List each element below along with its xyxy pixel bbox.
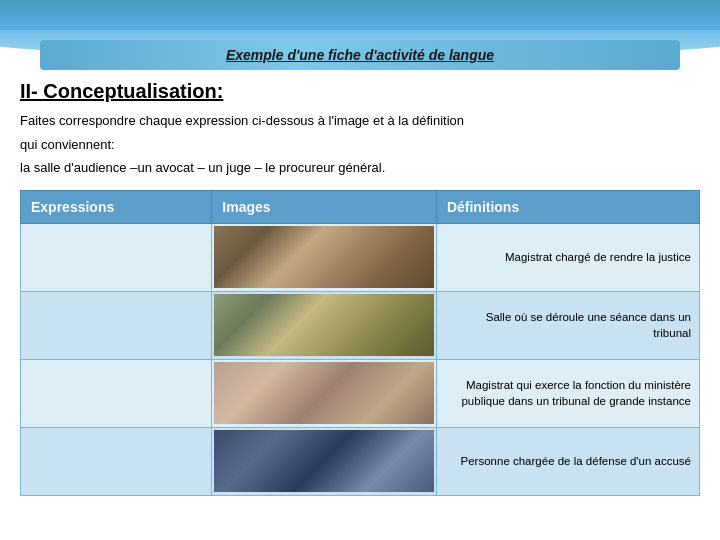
header-definitions: Définitions xyxy=(436,190,699,223)
table-header-row: Expressions Images Définitions xyxy=(21,190,700,223)
instructions-text-1: Faites correspondre chaque expression ci… xyxy=(20,113,464,128)
word-list: la salle d'audience –un avocat – un juge… xyxy=(20,158,700,178)
definition-text-2: Salle où se déroule une séance dans un t… xyxy=(445,309,691,341)
image-cell-2 xyxy=(212,291,437,359)
instructions-line1: Faites correspondre chaque expression ci… xyxy=(20,111,700,131)
definition-cell-4: Personne chargée de la défense d'un accu… xyxy=(436,427,699,495)
expression-cell-4 xyxy=(21,427,212,495)
definition-text-4: Personne chargée de la défense d'un accu… xyxy=(445,453,691,469)
table-row: Salle où se déroule une séance dans un t… xyxy=(21,291,700,359)
table-row: Personne chargée de la défense d'un accu… xyxy=(21,427,700,495)
table-row: Magistrat qui exerce la fonction du mini… xyxy=(21,359,700,427)
expression-cell-3 xyxy=(21,359,212,427)
content-area: II- Conceptualisation: Faites correspond… xyxy=(0,80,720,496)
image-cell-4 xyxy=(212,427,437,495)
page-container: Exemple d'une fiche d'activité de langue… xyxy=(0,0,720,540)
definition-cell-1: Magistrat chargé de rendre la justice xyxy=(436,223,699,291)
expression-cell-1 xyxy=(21,223,212,291)
page-title: Exemple d'une fiche d'activité de langue xyxy=(226,47,494,63)
definition-text-1: Magistrat chargé de rendre la justice xyxy=(445,249,691,265)
instructions-line2: qui conviennent: xyxy=(20,135,700,155)
table-row: Magistrat chargé de rendre la justice xyxy=(21,223,700,291)
header-expressions: Expressions xyxy=(21,190,212,223)
photo-3 xyxy=(214,362,434,424)
photo-1 xyxy=(214,226,434,288)
definition-text-3: Magistrat qui exerce la fonction du mini… xyxy=(445,377,691,409)
image-cell-1 xyxy=(212,223,437,291)
section-heading: II- Conceptualisation: xyxy=(20,80,700,103)
title-bar: Exemple d'une fiche d'activité de langue xyxy=(40,40,680,70)
expression-cell-2 xyxy=(21,291,212,359)
image-cell-3 xyxy=(212,359,437,427)
definition-cell-3: Magistrat qui exerce la fonction du mini… xyxy=(436,359,699,427)
header-images: Images xyxy=(212,190,437,223)
definition-cell-2: Salle où se déroule une séance dans un t… xyxy=(436,291,699,359)
photo-4 xyxy=(214,430,434,492)
photo-2 xyxy=(214,294,434,356)
instructions-text-2: qui conviennent: xyxy=(20,137,115,152)
activity-table: Expressions Images Définitions Magistrat… xyxy=(20,190,700,496)
